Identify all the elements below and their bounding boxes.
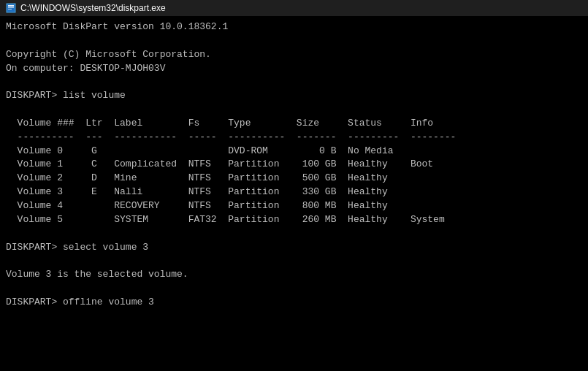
terminal-line: Volume ### Ltr Label Fs Type Size Status…	[6, 117, 582, 131]
svg-rect-1	[8, 5, 14, 7]
terminal-line: Microsoft DiskPart version 10.0.18362.1	[6, 20, 582, 34]
title-bar: C:\WINDOWS\system32\diskpart.exe	[0, 0, 588, 16]
terminal-line	[6, 282, 582, 296]
terminal-line: Volume 5 SYSTEM FAT32 Partition 260 MB H…	[6, 213, 582, 227]
terminal-line	[6, 254, 582, 268]
terminal-line: DISKPART> list volume	[6, 89, 582, 103]
terminal-line: DISKPART> offline volume 3	[6, 296, 582, 310]
terminal-line: Volume 4 RECOVERY NTFS Partition 800 MB …	[6, 199, 582, 213]
terminal-line	[6, 75, 582, 89]
terminal-line	[6, 34, 582, 48]
terminal-line: Volume 1 C Complicated NTFS Partition 10…	[6, 158, 582, 172]
terminal-line: Volume 3 E Nalli NTFS Partition 330 GB H…	[6, 186, 582, 199]
terminal-line	[6, 227, 582, 241]
terminal-line: ---------- --- ----------- ----- -------…	[6, 131, 582, 145]
title-text: C:\WINDOWS\system32\diskpart.exe	[20, 3, 166, 13]
terminal-line: On computer: DESKTOP-MJOH03V	[6, 62, 582, 76]
terminal-line: Volume 0 G DVD-ROM 0 B No Media	[6, 145, 582, 158]
window-icon	[6, 3, 16, 13]
terminal-line: Volume 2 D Mine NTFS Partition 500 GB He…	[6, 172, 582, 186]
terminal-line	[6, 103, 582, 117]
svg-rect-3	[8, 9, 12, 9]
terminal-line: Volume 3 is the selected volume.	[6, 268, 582, 282]
terminal-line: Copyright (C) Microsoft Corporation.	[6, 48, 582, 62]
terminal-line: DISKPART> select volume 3	[6, 241, 582, 255]
terminal-window[interactable]: Microsoft DiskPart version 10.0.18362.1C…	[0, 16, 588, 371]
svg-rect-2	[8, 7, 14, 8]
